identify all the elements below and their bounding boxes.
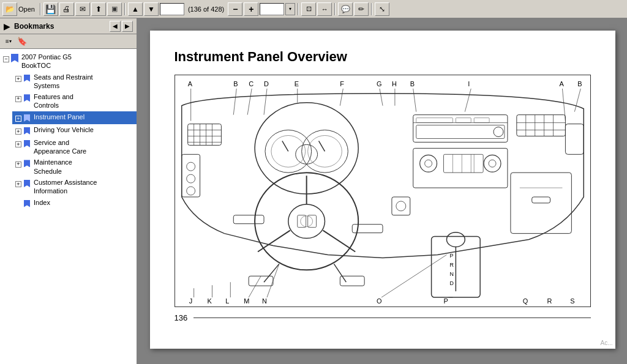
svg-text:K: K: [207, 297, 212, 305]
tree-item-index[interactable]: Index: [12, 197, 137, 210]
zoom-input[interactable]: 100%: [260, 3, 284, 15]
comment-button[interactable]: 💬: [338, 2, 353, 16]
highlight-button[interactable]: ✏: [354, 2, 369, 16]
instrument-toggle[interactable]: +: [15, 113, 22, 123]
seats-toggle[interactable]: +: [15, 73, 22, 83]
tree-item-service[interactable]: + Service andAppearance Care: [12, 137, 137, 157]
maintenance-label: MaintenanceSchedule: [34, 158, 134, 176]
svg-text:J: J: [189, 297, 192, 305]
svg-text:M: M: [244, 297, 249, 305]
page-number-area: 136: [175, 313, 591, 322]
svg-text:B: B: [233, 80, 238, 87]
separator-4: [334, 3, 336, 15]
root-toggle[interactable]: −: [2, 53, 10, 63]
zoom-dropdown[interactable]: ▾: [285, 3, 295, 15]
svg-text:A: A: [559, 80, 564, 87]
list-view-button[interactable]: ≡ ▾: [2, 36, 15, 47]
prev-page-button[interactable]: ▲: [128, 2, 143, 16]
service-expand-icon[interactable]: +: [15, 141, 21, 147]
zoom-out-button[interactable]: −: [228, 2, 242, 16]
features-label: Features andControls: [34, 92, 134, 110]
page-heading: Instrument Panel Overview: [175, 49, 591, 65]
seats-bookmark-icon: [22, 73, 32, 83]
panel-nav-prev[interactable]: ◀: [110, 21, 121, 32]
svg-text:B: B: [410, 80, 414, 87]
tree-item-maintenance[interactable]: + MaintenanceSchedule: [12, 157, 137, 177]
toolbar: 📂 Open 💾 🖨 ✉ ⬆ ▣ ▲ ▼ 136 (136 of 428) − …: [0, 0, 627, 18]
svg-text:O: O: [377, 297, 382, 305]
root-label: 2007 Pontiac G5BookTOC: [21, 53, 134, 70]
svg-text:D: D: [264, 80, 269, 87]
page-number: 136: [175, 313, 188, 322]
maintenance-toggle[interactable]: +: [15, 158, 22, 168]
instrument-bookmark-icon: [22, 113, 32, 123]
svg-rect-0: [175, 75, 589, 306]
svg-text:R: R: [547, 297, 552, 305]
folder-icon: 📂: [6, 5, 15, 13]
page-line: [193, 318, 590, 318]
svg-text:N: N: [262, 297, 267, 305]
page-input[interactable]: 136: [160, 3, 184, 15]
tree-item-seats[interactable]: + Seats and RestraintSystems: [12, 72, 137, 92]
floppy-button[interactable]: ▣: [107, 2, 122, 16]
svg-text:I: I: [468, 80, 470, 87]
separator-1: [40, 3, 41, 15]
fit-page-button[interactable]: ⊡: [301, 2, 316, 16]
svg-text:R: R: [449, 262, 454, 268]
panel-nav-next[interactable]: ▶: [122, 21, 133, 32]
upload-button[interactable]: ⬆: [91, 2, 106, 16]
panel-nav: ◀ ▶: [110, 21, 133, 32]
svg-text:H: H: [391, 80, 396, 87]
features-toggle[interactable]: +: [15, 93, 22, 103]
next-page-button[interactable]: ▼: [144, 2, 159, 16]
customer-toggle[interactable]: +: [15, 179, 22, 188]
root-expand-icon[interactable]: −: [3, 56, 9, 62]
driving-toggle[interactable]: +: [15, 126, 22, 136]
service-bookmark-icon: [22, 139, 32, 149]
svg-text:L: L: [225, 297, 229, 305]
driving-bookmark-icon: [22, 126, 32, 136]
seats-expand-icon[interactable]: +: [15, 76, 21, 82]
panel-toolbar: ≡ ▾ 🔖: [0, 34, 137, 49]
driving-expand-icon[interactable]: +: [15, 128, 21, 135]
open-button[interactable]: 📂: [2, 2, 17, 16]
tree-item-customer[interactable]: + Customer AssistanceInformation: [12, 177, 137, 197]
customer-expand-icon[interactable]: +: [15, 181, 21, 187]
save-button[interactable]: 💾: [43, 2, 58, 16]
svg-text:C: C: [249, 80, 253, 87]
svg-text:N: N: [449, 271, 453, 277]
instrument-expand-icon[interactable]: +: [15, 116, 21, 122]
left-panel: ▶ Bookmarks ◀ ▶ ≡ ▾ 🔖 −: [0, 18, 138, 364]
separator-2: [124, 3, 126, 15]
index-toggle[interactable]: [15, 199, 22, 209]
email-button[interactable]: ✉: [75, 2, 90, 16]
maintenance-expand-icon[interactable]: +: [15, 162, 21, 168]
service-toggle[interactable]: +: [15, 139, 22, 149]
panel-title: Bookmarks: [14, 22, 54, 31]
svg-text:S: S: [570, 297, 574, 305]
index-bookmark-icon: [22, 199, 32, 209]
new-bookmark-button[interactable]: 🔖: [16, 36, 28, 47]
svg-text:G: G: [377, 80, 382, 87]
panel-toggle-icon[interactable]: ▶: [4, 21, 10, 31]
separator-3: [298, 3, 299, 15]
panel-header: ▶ Bookmarks ◀ ▶: [0, 18, 137, 34]
bookmark-tree: − 2007 Pontiac G5BookTOC + Seats an: [0, 49, 137, 364]
features-expand-icon[interactable]: +: [15, 96, 21, 102]
tree-item-driving[interactable]: + Driving Your Vehicle: [12, 124, 137, 137]
svg-text:E: E: [294, 80, 298, 87]
zoom-in-button[interactable]: +: [244, 2, 258, 16]
tree-item-features[interactable]: + Features andControls: [12, 91, 137, 111]
instrument-panel-diagram: A B C D E F G H B I A B: [175, 75, 590, 306]
print-button[interactable]: 🖨: [59, 2, 74, 16]
fit-width-button[interactable]: ↔: [317, 2, 332, 16]
pdf-page: Instrument Panel Overview A B C D E F G …: [150, 31, 615, 349]
content-area: Instrument Panel Overview A B C D E F G …: [138, 18, 627, 364]
acrobat-watermark: Ac...: [600, 340, 612, 346]
tree-item-instrument[interactable]: + Instrument Panel: [12, 111, 137, 124]
expand-button[interactable]: ⤡: [375, 2, 389, 16]
features-bookmark-icon: [22, 93, 32, 103]
page-count: (136 of 428): [186, 6, 227, 13]
tree-item-root[interactable]: − 2007 Pontiac G5BookTOC: [0, 51, 137, 72]
svg-text:P: P: [443, 297, 448, 305]
